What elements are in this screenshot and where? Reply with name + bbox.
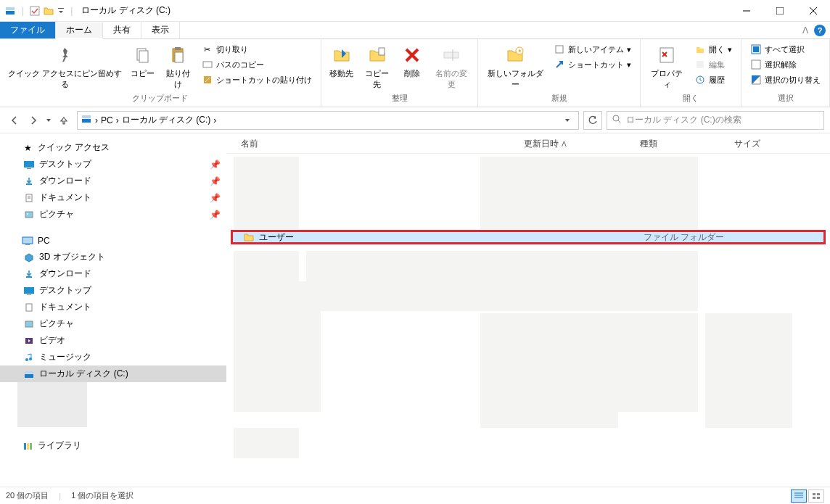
copy-path-button[interactable]: パスのコピー — [199, 57, 315, 72]
checkbox-icon[interactable] — [30, 6, 40, 16]
file-list: 名前 更新日時ᐱ 種類 サイズ ユーザー ファイル フォルダー — [226, 133, 830, 487]
recent-button[interactable] — [44, 112, 54, 129]
copy-button[interactable]: コピー — [128, 42, 157, 80]
ribbon-group-new: ✦ 新しいフォルダー 新しいアイテム ▾ ショートカット ▾ 新規 — [478, 39, 641, 107]
new-shortcut-button[interactable]: ショートカット ▾ — [551, 57, 634, 72]
view-large-icons-button[interactable] — [808, 489, 824, 503]
tree-pictures[interactable]: ピクチャ📌 — [0, 206, 226, 223]
svg-rect-29 — [752, 60, 760, 69]
pin-icon: 📌 — [210, 210, 221, 220]
refresh-button[interactable] — [583, 111, 602, 130]
tree-desktop[interactable]: デスクトップ📌 — [0, 156, 226, 173]
tab-home[interactable]: ホーム — [56, 22, 103, 39]
file-row-users[interactable]: ユーザー ファイル フォルダー — [231, 230, 826, 244]
tree-pc[interactable]: PC — [0, 233, 226, 249]
tab-share[interactable]: 共有 — [103, 22, 141, 38]
tab-file[interactable]: ファイル — [0, 22, 56, 38]
view-details-button[interactable] — [791, 489, 807, 503]
tree-music[interactable]: ミュージック — [0, 349, 226, 365]
pc-icon — [22, 235, 33, 247]
svg-point-50 — [25, 358, 28, 361]
svg-rect-1 — [6, 7, 15, 10]
qat-dropdown-icon[interactable] — [57, 7, 65, 15]
placeholder — [234, 251, 299, 281]
cut-button[interactable]: ✂切り取り — [199, 42, 315, 57]
select-none-button[interactable]: 選択解除 — [747, 57, 823, 72]
music-icon — [23, 352, 35, 363]
pin-button[interactable]: クイック アクセスにピン留めする — [6, 42, 123, 91]
select-invert-button[interactable]: 選択の切り替え — [747, 73, 823, 87]
rename-button[interactable]: 名前の変更 — [431, 42, 472, 91]
svg-rect-62 — [813, 497, 815, 499]
crumb-c[interactable]: ローカル ディスク (C:) › — [122, 114, 217, 126]
tree-documents[interactable]: ドキュメント📌 — [0, 189, 226, 206]
tree-desktop-pc[interactable]: デスクトップ — [0, 282, 226, 299]
tree-videos[interactable]: ビデオ — [0, 332, 226, 349]
open-button[interactable]: 開く ▾ — [691, 42, 735, 57]
history-button[interactable]: 履歴 — [691, 73, 735, 87]
download-icon — [23, 268, 35, 280]
maximize-button[interactable] — [763, 0, 797, 22]
svg-rect-36 — [26, 183, 32, 185]
tab-view[interactable]: 表示 — [141, 22, 180, 38]
ribbon-tabs: ファイル ホーム 共有 表示 ᐱ ? — [0, 22, 830, 39]
new-folder-button[interactable]: ✦ 新しいフォルダー — [484, 42, 546, 91]
col-type[interactable]: 種類 — [640, 138, 734, 150]
help-icon[interactable]: ? — [814, 25, 826, 36]
cube-icon — [23, 252, 35, 263]
copyto-button[interactable]: コピー先 — [361, 42, 393, 91]
up-button[interactable] — [55, 112, 73, 129]
delete-button[interactable]: 削除 — [398, 42, 427, 80]
tree-downloads-pc[interactable]: ダウンロード — [0, 265, 226, 282]
address-box[interactable]: › PC › ローカル ディスク (C:) › — [77, 111, 579, 130]
document-icon — [23, 192, 35, 204]
rename-icon — [440, 44, 463, 67]
tree-library[interactable]: ライブラリ — [0, 437, 226, 454]
svg-rect-45 — [24, 287, 34, 294]
copy-icon — [131, 44, 154, 67]
minimize-button[interactable] — [730, 0, 763, 22]
svg-rect-52 — [25, 374, 33, 378]
placeholder — [234, 157, 299, 229]
svg-rect-44 — [26, 276, 32, 278]
tree-3d-objects[interactable]: 3D オブジェクト — [0, 249, 226, 265]
copyto-icon — [366, 44, 389, 67]
placeholder — [480, 313, 698, 412]
select-all-button[interactable]: すべて選択 — [747, 42, 823, 57]
new-item-button[interactable]: 新しいアイテム ▾ — [551, 42, 634, 57]
svg-rect-13 — [175, 52, 183, 62]
col-size[interactable]: サイズ — [734, 138, 792, 150]
shortcut-icon — [202, 74, 213, 86]
crumb-root[interactable]: › — [95, 115, 98, 125]
address-dropdown-icon[interactable] — [559, 112, 575, 128]
edit-button[interactable]: 編集 — [691, 57, 735, 72]
navigation-tree[interactable]: ★クイック アクセス デスクトップ📌 ダウンロード📌 ドキュメント📌 ピクチャ📌… — [0, 133, 226, 487]
tree-pictures-pc[interactable]: ピクチャ — [0, 315, 226, 332]
forward-button[interactable] — [25, 112, 42, 129]
moveto-button[interactable]: 移動先 — [327, 42, 356, 80]
svg-rect-24 — [660, 48, 673, 62]
crumb-pc[interactable]: PC › — [101, 115, 119, 125]
svg-rect-54 — [24, 443, 26, 450]
close-button[interactable] — [797, 0, 830, 22]
search-box[interactable]: ローカル ディスク (C:)の検索 — [607, 111, 824, 130]
video-icon — [23, 335, 35, 347]
col-date[interactable]: 更新日時ᐱ — [524, 138, 640, 150]
tree-c-drive[interactable]: ローカル ディスク (C:) — [0, 365, 226, 382]
tree-documents-pc[interactable]: ドキュメント — [0, 299, 226, 315]
select-all-icon — [750, 44, 762, 55]
paste-button[interactable]: 貼り付け — [161, 42, 194, 91]
svg-rect-47 — [26, 304, 32, 311]
svg-rect-48 — [25, 321, 33, 327]
download-icon — [23, 175, 35, 187]
properties-button[interactable]: プロパティ — [646, 42, 687, 91]
tree-downloads[interactable]: ダウンロード📌 — [0, 173, 226, 189]
col-name[interactable]: 名前 — [241, 138, 524, 150]
tree-preview — [17, 382, 87, 427]
tree-quick-access[interactable]: ★クイック アクセス — [0, 139, 226, 156]
back-button[interactable] — [6, 112, 23, 129]
folder-small-icon[interactable] — [43, 5, 54, 17]
paste-shortcut-button[interactable]: ショートカットの貼り付け — [199, 73, 315, 87]
svg-rect-25 — [697, 61, 704, 68]
collapse-ribbon-icon[interactable]: ᐱ — [802, 25, 808, 36]
